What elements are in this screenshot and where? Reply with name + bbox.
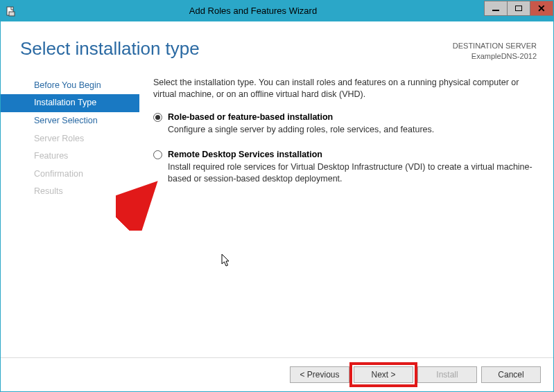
nav-results: Results bbox=[1, 183, 139, 201]
option-title: Role-based or feature-based installation bbox=[168, 112, 434, 123]
page-header: Select installation type DESTINATION SER… bbox=[1, 21, 553, 67]
wizard-footer: < Previous Next > Install Cancel bbox=[1, 357, 553, 391]
window-title: Add Roles and Features Wizard bbox=[21, 1, 485, 21]
option-text: Role-based or feature-based installation… bbox=[168, 112, 434, 136]
option-desc: Install required role services for Virtu… bbox=[168, 161, 538, 185]
nav-before-you-begin[interactable]: Before You Begin bbox=[1, 77, 139, 95]
client-area: Select installation type DESTINATION SER… bbox=[1, 21, 553, 391]
page-title: Select installation type bbox=[20, 38, 200, 60]
option-title: Remote Desktop Services installation bbox=[168, 150, 538, 160]
svg-rect-1 bbox=[9, 12, 15, 16]
page-body: Before You Begin Installation Type Serve… bbox=[1, 67, 553, 357]
window-controls: ✕ bbox=[485, 1, 553, 21]
radio-role-based[interactable] bbox=[153, 113, 162, 122]
option-role-based[interactable]: Role-based or feature-based installation… bbox=[153, 112, 538, 136]
minimize-button[interactable] bbox=[484, 1, 508, 16]
titlebar: Add Roles and Features Wizard ✕ bbox=[1, 1, 553, 21]
nav-features: Features bbox=[1, 148, 139, 166]
destination-label: DESTINATION SERVER bbox=[453, 41, 537, 51]
page-content: Select the installation type. You can in… bbox=[139, 70, 538, 357]
radio-rds[interactable] bbox=[153, 150, 162, 159]
maximize-button[interactable] bbox=[507, 1, 530, 16]
destination-server: DESTINATION SERVER ExampleDNS-2012 bbox=[453, 41, 537, 62]
close-button[interactable]: ✕ bbox=[530, 1, 553, 16]
app-icon bbox=[1, 1, 21, 21]
next-button[interactable]: Next > bbox=[354, 366, 413, 383]
wizard-window: Add Roles and Features Wizard ✕ Select i… bbox=[0, 0, 554, 392]
nav-server-roles: Server Roles bbox=[1, 130, 139, 148]
cancel-button[interactable]: Cancel bbox=[481, 366, 541, 383]
nav-installation-type[interactable]: Installation Type bbox=[1, 94, 139, 112]
nav-server-selection[interactable]: Server Selection bbox=[1, 112, 139, 130]
option-desc: Configure a single server by adding role… bbox=[168, 124, 434, 136]
intro-text: Select the installation type. You can in… bbox=[153, 77, 538, 100]
previous-button[interactable]: < Previous bbox=[290, 366, 349, 383]
destination-value: ExampleDNS-2012 bbox=[453, 51, 537, 62]
install-button: Install bbox=[417, 366, 477, 383]
nav-confirmation: Confirmation bbox=[1, 166, 139, 184]
wizard-nav: Before You Begin Installation Type Serve… bbox=[1, 70, 139, 357]
option-text: Remote Desktop Services installation Ins… bbox=[168, 150, 538, 185]
option-rds[interactable]: Remote Desktop Services installation Ins… bbox=[153, 150, 538, 185]
